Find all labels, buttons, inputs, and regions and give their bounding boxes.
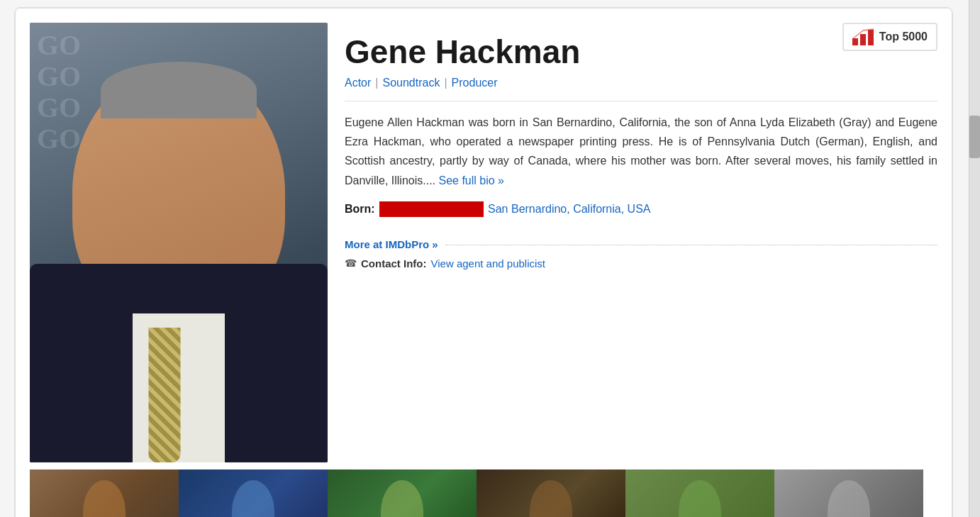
thumb-inner-2 xyxy=(179,469,328,517)
profile-container: GOGOGOGO xyxy=(14,7,953,517)
thumbnail-3[interactable] xyxy=(328,469,477,517)
person-roles: Actor | Soundtrack | Producer xyxy=(345,77,937,89)
born-date-redacted: XXXXXXXXXXX xyxy=(379,201,484,217)
view-agent-link[interactable]: View agent and publicist xyxy=(430,257,545,269)
imdbpro-row: More at IMDbPro » xyxy=(345,238,937,250)
thumbnail-4[interactable] xyxy=(477,469,625,517)
thumbnail-2[interactable] xyxy=(179,469,328,517)
scrollbar[interactable] xyxy=(969,0,980,517)
thumb-inner-6 xyxy=(774,469,923,517)
thumb-inner-4 xyxy=(477,469,625,517)
top5000-label: Top 5000 xyxy=(879,30,928,43)
phone-icon: ☎ xyxy=(345,257,357,269)
thumbnail-1[interactable] xyxy=(30,469,179,517)
role-actor[interactable]: Actor xyxy=(345,77,371,89)
main-content: GOGOGOGO xyxy=(0,0,967,517)
page-wrapper: GOGOGOGO xyxy=(0,0,980,517)
born-location-link[interactable]: San Bernardino, California, USA xyxy=(488,203,650,215)
thumb-inner-3 xyxy=(328,469,477,517)
contact-row: ☎ Contact Info: View agent and publicist xyxy=(345,257,937,269)
profile-info: Top 5000 Gene Hackman Actor | Soundtrack… xyxy=(345,23,937,462)
role-producer[interactable]: Producer xyxy=(452,77,498,89)
profile-photo: GOGOGOGO xyxy=(30,23,328,462)
svg-rect-0 xyxy=(852,38,858,45)
separator-2: | xyxy=(444,77,447,89)
born-row: Born: XXXXXXXXXXX San Bernardino, Califo… xyxy=(345,201,937,217)
contact-link: View agent and publicist xyxy=(430,257,545,269)
scrollbar-thumb[interactable] xyxy=(969,116,980,158)
divider-1 xyxy=(345,101,937,101)
contact-info-label: Contact Info: xyxy=(361,257,426,269)
born-label: Born: xyxy=(345,203,375,216)
thumbnail-6[interactable] xyxy=(774,469,923,517)
born-location: San Bernardino, California, USA xyxy=(488,203,650,216)
chart-icon xyxy=(852,28,874,45)
thumbs-row xyxy=(30,469,937,517)
profile-card: GOGOGOGO xyxy=(15,8,952,517)
photo-inner: GOGOGOGO xyxy=(30,23,328,462)
see-full-bio-link[interactable]: See full bio » xyxy=(439,174,505,187)
role-soundtrack[interactable]: Soundtrack xyxy=(383,77,440,89)
photo-bg-text: GOGOGOGO xyxy=(37,30,81,155)
imdbpro-dots xyxy=(445,245,937,245)
svg-rect-1 xyxy=(860,34,866,45)
top5000-badge[interactable]: Top 5000 xyxy=(842,23,937,51)
imdbpro-link[interactable]: More at IMDbPro » xyxy=(345,238,438,250)
svg-rect-2 xyxy=(868,30,874,45)
profile-top: GOGOGOGO xyxy=(30,23,937,462)
bio-text: Eugene Allen Hackman was born in San Ber… xyxy=(345,113,937,190)
thumb-inner-5 xyxy=(625,469,774,517)
separator-1: | xyxy=(375,77,378,89)
thumb-inner-1 xyxy=(30,469,179,517)
bio-content: Eugene Allen Hackman was born in San Ber… xyxy=(345,116,937,187)
thumbnail-5[interactable] xyxy=(625,469,774,517)
